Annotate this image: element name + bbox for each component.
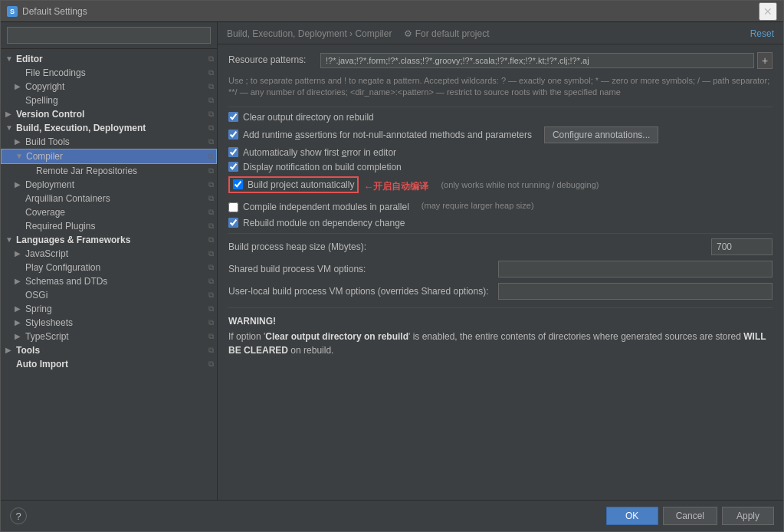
expand-arrow-ts bbox=[15, 332, 24, 341]
sidebar-item-copyright[interactable]: Copyright ⧉ bbox=[1, 80, 217, 94]
sidebar-item-required-plugins[interactable]: Required Plugins ⧉ bbox=[1, 219, 217, 233]
sidebar-item-version-control[interactable]: Version Control ⧉ bbox=[1, 107, 217, 121]
sidebar-item-schemas-dtds[interactable]: Schemas and DTDs ⧉ bbox=[1, 274, 217, 288]
right-body: Resource patterns: + Use ; to separate p… bbox=[218, 44, 783, 500]
breadcrumb: Build, Execution, Deployment › Compiler bbox=[227, 28, 392, 39]
compile-independent-note: (may require larger heap size) bbox=[422, 201, 534, 210]
resource-patterns-help: Use ; to separate patterns and ! to nega… bbox=[228, 75, 773, 99]
compile-independent-checkbox[interactable] bbox=[228, 202, 238, 212]
shared-vm-input[interactable] bbox=[498, 261, 773, 277]
user-vm-row: User-local build process VM options (ove… bbox=[228, 283, 773, 300]
build-auto-note: (only works while not running / debuggin… bbox=[441, 180, 599, 189]
build-auto-highlight: Build project automatically bbox=[228, 176, 359, 193]
ok-button[interactable]: OK bbox=[606, 507, 658, 525]
sidebar-item-typescript[interactable]: TypeScript ⧉ bbox=[1, 330, 217, 343]
rebuild-module-row: Rebuild module on dependency change bbox=[228, 218, 773, 228]
expand-arrow-tools bbox=[5, 346, 15, 355]
compile-independent-check: Compile independent modules in parallel bbox=[228, 202, 409, 212]
close-button[interactable]: ✕ bbox=[759, 2, 777, 21]
search-input[interactable] bbox=[7, 27, 211, 44]
resource-patterns-label: Resource patterns: bbox=[228, 52, 320, 65]
resource-input-wrap: + bbox=[320, 52, 773, 69]
sidebar-item-play-configuration[interactable]: Play Configuration ⧉ bbox=[1, 261, 217, 274]
sidebar-item-compiler[interactable]: Compiler ⧉ bbox=[1, 149, 217, 164]
sidebar-item-javascript[interactable]: JavaScript ⧉ bbox=[1, 247, 217, 261]
window-title: Default Settings bbox=[22, 6, 87, 17]
expand-arrow-bt bbox=[15, 137, 24, 146]
apply-button[interactable]: Apply bbox=[722, 507, 774, 525]
runtime-assertions-checkbox[interactable] bbox=[228, 130, 238, 140]
expand-arrow-schemas bbox=[15, 277, 24, 286]
rebuild-module-label: Rebuild module on dependency change bbox=[243, 218, 405, 228]
bottom-left: ? bbox=[10, 507, 27, 524]
expand-arrow-stylesheets bbox=[15, 318, 24, 327]
title-bar: S Default Settings ✕ bbox=[1, 1, 783, 22]
sidebar-item-tools[interactable]: Tools ⧉ bbox=[1, 343, 217, 357]
tree-area: Editor ⧉ File Encodings ⧉ Copyright ⧉ Sp… bbox=[1, 49, 217, 500]
expand-arrow-lf bbox=[5, 235, 15, 245]
show-first-error-row: Automatically show first error in editor bbox=[228, 147, 773, 158]
sidebar-item-build-tools[interactable]: Build Tools ⧉ bbox=[1, 135, 217, 149]
build-auto-checkbox[interactable] bbox=[233, 179, 243, 189]
annotation-arrow: ← bbox=[363, 181, 373, 192]
expand-arrow-spring bbox=[15, 304, 24, 314]
build-auto-container: Build project automatically ← 开启自动编译 (on… bbox=[228, 176, 773, 197]
right-panel: Build, Execution, Deployment › Compiler … bbox=[218, 22, 783, 500]
configure-annotations-button[interactable]: Configure annotations... bbox=[544, 126, 658, 143]
rebuild-module-checkbox[interactable] bbox=[228, 218, 238, 228]
sidebar-item-auto-import[interactable]: Auto Import ⧉ bbox=[1, 357, 217, 371]
sidebar-item-spring[interactable]: Spring ⧉ bbox=[1, 302, 217, 316]
clear-output-checkbox[interactable] bbox=[228, 112, 238, 122]
sidebar-item-build-exec-deploy[interactable]: Build, Execution, Deployment ⧉ bbox=[1, 121, 217, 135]
sidebar-item-editor[interactable]: Editor ⧉ bbox=[1, 52, 217, 66]
expand-arrow-compiler bbox=[15, 152, 25, 161]
user-vm-label: User-local build process VM options (ove… bbox=[228, 286, 492, 297]
cancel-button[interactable]: Cancel bbox=[663, 507, 717, 525]
bottom-bar: ? OK Cancel Apply bbox=[1, 500, 783, 531]
user-vm-input[interactable] bbox=[498, 283, 773, 300]
heap-size-label: Build process heap size (Mbytes): bbox=[228, 241, 705, 252]
build-auto-label: Build project automatically bbox=[248, 179, 354, 190]
sidebar-item-languages-frameworks[interactable]: Languages & Frameworks ⧉ bbox=[1, 233, 217, 247]
runtime-assertions-row: Add runtime assertions for not-null-anno… bbox=[228, 126, 773, 143]
sidebar-item-arquillian[interactable]: Arquillian Containers ⧉ bbox=[1, 192, 217, 205]
expand-arrow-deployment bbox=[15, 180, 24, 189]
expand-arrow-editor bbox=[5, 54, 15, 64]
main-content: Editor ⧉ File Encodings ⧉ Copyright ⧉ Sp… bbox=[1, 22, 783, 500]
heap-size-row: Build process heap size (Mbytes): bbox=[228, 238, 773, 255]
expand-arrow-vc bbox=[5, 110, 15, 119]
help-button[interactable]: ? bbox=[10, 507, 27, 524]
shared-vm-label: Shared build process VM options: bbox=[228, 264, 492, 274]
clear-output-row: Clear output directory on rebuild bbox=[228, 112, 773, 123]
sidebar-item-remote-jar[interactable]: Remote Jar Repositories ⧉ bbox=[1, 164, 217, 178]
warning-body: If option 'Clear output directory on reb… bbox=[228, 330, 773, 357]
display-notification-checkbox[interactable] bbox=[228, 162, 238, 172]
compile-independent-row: Compile independent modules in parallel … bbox=[228, 201, 773, 214]
warning-title: WARNING! bbox=[228, 316, 773, 327]
show-first-error-label: Automatically show first error in editor bbox=[243, 147, 396, 158]
compile-independent-label: Compile independent modules in parallel bbox=[243, 202, 409, 212]
heap-size-input[interactable] bbox=[711, 238, 773, 255]
display-notification-label: Display notification on build completion bbox=[243, 162, 402, 172]
sidebar: Editor ⧉ File Encodings ⧉ Copyright ⧉ Sp… bbox=[1, 22, 218, 500]
runtime-assertions-label: Add runtime assertions for not-null-anno… bbox=[243, 130, 532, 140]
sidebar-item-osgi[interactable]: OSGi ⧉ bbox=[1, 288, 217, 302]
expand-arrow-js bbox=[15, 249, 24, 258]
breadcrumb-area: Build, Execution, Deployment › Compiler … bbox=[227, 28, 490, 39]
annotation-text: 开启自动编译 bbox=[373, 180, 428, 193]
clear-output-label: Clear output directory on rebuild bbox=[243, 112, 374, 123]
expand-arrow-copyright bbox=[15, 82, 24, 91]
title-bar-left: S Default Settings bbox=[7, 6, 87, 17]
sidebar-item-file-encodings[interactable]: File Encodings ⧉ bbox=[1, 66, 217, 80]
sidebar-item-stylesheets[interactable]: Stylesheets ⧉ bbox=[1, 316, 217, 330]
shared-vm-row: Shared build process VM options: bbox=[228, 261, 773, 277]
sidebar-item-spelling[interactable]: Spelling ⧉ bbox=[1, 94, 217, 107]
add-pattern-button[interactable]: + bbox=[757, 52, 773, 69]
sidebar-item-coverage[interactable]: Coverage ⧉ bbox=[1, 205, 217, 219]
sidebar-item-deployment[interactable]: Deployment ⧉ bbox=[1, 178, 217, 192]
app-icon: S bbox=[7, 6, 18, 17]
reset-link[interactable]: Reset bbox=[750, 28, 774, 39]
resource-patterns-input[interactable] bbox=[320, 53, 754, 68]
expand-arrow-bed bbox=[5, 123, 15, 133]
show-first-error-checkbox[interactable] bbox=[228, 147, 238, 157]
